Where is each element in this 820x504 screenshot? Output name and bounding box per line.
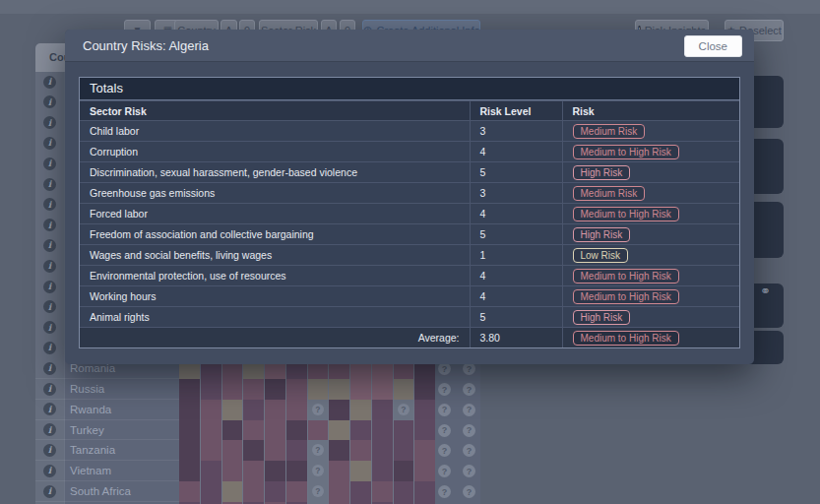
heatmap-cell-no-data[interactable]: ? <box>308 461 329 481</box>
heatmap-cell[interactable] <box>329 420 349 441</box>
heatmap-cell[interactable] <box>222 461 243 481</box>
question-icon[interactable]: ? <box>463 404 475 416</box>
heatmap-cell[interactable] <box>372 420 393 441</box>
heatmap-cell[interactable] <box>286 440 307 461</box>
question-icon[interactable]: ? <box>438 465 451 477</box>
heatmap-cell[interactable] <box>350 379 371 400</box>
heatmap-cell[interactable] <box>265 481 285 502</box>
info-icon[interactable]: i <box>43 260 56 273</box>
heatmap-cell[interactable] <box>243 461 264 481</box>
info-icon[interactable]: i <box>43 198 56 211</box>
info-icon[interactable]: i <box>43 178 56 191</box>
country-row[interactable]: iSouth Africa??? <box>35 481 480 502</box>
info-icon[interactable]: i <box>43 281 56 293</box>
heatmap-cell[interactable] <box>286 400 307 420</box>
question-icon[interactable]: ? <box>438 383 451 396</box>
heatmap-cell[interactable] <box>372 379 393 400</box>
heatmap-cell[interactable] <box>394 420 414 441</box>
close-button[interactable]: Close <box>684 35 742 57</box>
info-icon[interactable]: i <box>43 137 56 150</box>
heatmap-cell[interactable] <box>414 461 435 481</box>
heatmap-cell[interactable] <box>329 440 349 461</box>
country-row[interactable]: iTanzania??? <box>35 440 480 461</box>
heatmap-cell-no-data[interactable]: ? <box>308 400 329 420</box>
heatmap-cell[interactable] <box>265 400 285 420</box>
heatmap-cell[interactable] <box>308 379 329 400</box>
heatmap-cell[interactable] <box>179 481 200 502</box>
heatmap-cell[interactable] <box>329 461 349 481</box>
question-icon[interactable]: ? <box>438 404 451 416</box>
info-icon[interactable]: i <box>43 485 56 498</box>
heatmap-cell[interactable] <box>350 461 371 481</box>
heatmap-cell-no-data[interactable]: ? <box>308 481 329 502</box>
question-icon[interactable]: ? <box>463 424 475 437</box>
heatmap-cell[interactable] <box>243 379 264 400</box>
heatmap-cell[interactable] <box>372 400 393 420</box>
heatmap-cell[interactable] <box>222 400 243 420</box>
question-icon[interactable]: ? <box>463 465 475 477</box>
info-icon[interactable]: i <box>43 76 56 89</box>
question-icon[interactable]: ? <box>438 485 451 498</box>
info-icon[interactable]: i <box>43 444 56 457</box>
heatmap-cell[interactable] <box>265 420 285 441</box>
country-row[interactable]: iRwanda???? <box>35 400 480 420</box>
heatmap-cell[interactable] <box>201 461 221 481</box>
heatmap-cell[interactable] <box>243 420 264 441</box>
heatmap-cell[interactable] <box>201 440 221 461</box>
info-icon[interactable]: i <box>43 219 56 231</box>
info-icon[interactable]: i <box>43 116 56 129</box>
info-icon[interactable]: i <box>43 383 56 396</box>
info-icon[interactable]: i <box>43 362 56 375</box>
heatmap-cell[interactable] <box>222 481 243 502</box>
heatmap-cell[interactable] <box>179 420 200 441</box>
info-icon[interactable]: i <box>43 321 56 334</box>
heatmap-cell[interactable] <box>265 461 285 481</box>
heatmap-cell[interactable] <box>201 400 221 420</box>
heatmap-cell[interactable] <box>243 400 264 420</box>
heatmap-cell[interactable] <box>329 481 349 502</box>
heatmap-cell[interactable] <box>243 440 264 461</box>
heatmap-cell[interactable] <box>222 379 243 400</box>
heatmap-cell[interactable] <box>394 379 414 400</box>
heatmap-cell-no-data[interactable]: ? <box>308 440 329 461</box>
heatmap-cell[interactable] <box>201 379 221 400</box>
heatmap-cell[interactable] <box>201 481 221 502</box>
heatmap-cell[interactable] <box>350 400 371 420</box>
info-icon[interactable]: i <box>43 465 56 477</box>
heatmap-cell[interactable] <box>329 400 349 420</box>
heatmap-cell[interactable] <box>179 400 200 420</box>
heatmap-cell[interactable] <box>394 440 414 461</box>
heatmap-cell-no-data[interactable]: ? <box>394 400 414 420</box>
heatmap-cell[interactable] <box>222 440 243 461</box>
heatmap-cell[interactable] <box>372 440 393 461</box>
info-icon[interactable]: i <box>43 300 56 313</box>
heatmap-cell[interactable] <box>329 379 349 400</box>
heatmap-cell[interactable] <box>286 420 307 441</box>
heatmap-cell[interactable] <box>286 461 307 481</box>
info-icon[interactable]: i <box>43 239 56 252</box>
heatmap-cell[interactable] <box>414 400 435 420</box>
question-icon[interactable]: ? <box>463 383 475 396</box>
heatmap-cell[interactable] <box>179 379 200 400</box>
heatmap-cell[interactable] <box>414 379 435 400</box>
heatmap-cell[interactable] <box>350 481 371 502</box>
heatmap-cell[interactable] <box>394 481 414 502</box>
heatmap-cell[interactable] <box>179 461 200 481</box>
info-icon[interactable]: i <box>43 423 56 436</box>
info-icon[interactable]: i <box>43 158 56 170</box>
heatmap-cell[interactable] <box>414 481 435 502</box>
info-icon[interactable]: i <box>43 342 56 354</box>
heatmap-cell[interactable] <box>350 440 371 461</box>
heatmap-cell[interactable] <box>350 420 371 441</box>
heatmap-cell[interactable] <box>414 440 435 461</box>
question-icon[interactable]: ? <box>463 485 475 498</box>
question-icon[interactable]: ? <box>463 362 475 375</box>
heatmap-cell[interactable] <box>372 461 393 481</box>
heatmap-cell[interactable] <box>243 481 264 502</box>
question-icon[interactable]: ? <box>463 444 475 457</box>
heatmap-cell[interactable] <box>265 379 285 400</box>
heatmap-cell[interactable] <box>222 420 243 441</box>
question-icon[interactable]: ? <box>438 444 451 457</box>
heatmap-cell[interactable] <box>286 481 307 502</box>
info-icon[interactable]: i <box>43 403 56 415</box>
